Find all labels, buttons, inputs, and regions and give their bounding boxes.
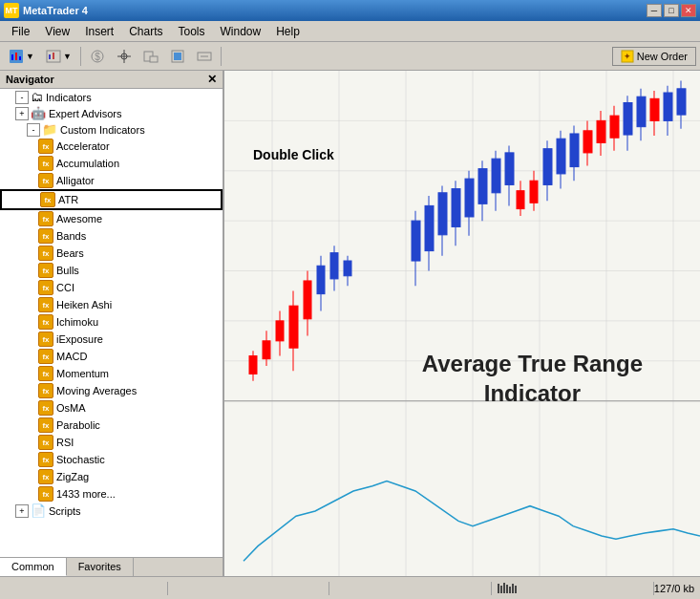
- svg-rect-85: [570, 134, 579, 167]
- svg-rect-67: [425, 205, 434, 250]
- navigator-close-button[interactable]: ✕: [207, 73, 217, 86]
- toolbar-crosshair[interactable]: [112, 46, 137, 67]
- menu-insert[interactable]: Insert: [77, 23, 121, 40]
- tab-favorites[interactable]: Favorites: [67, 558, 134, 576]
- app-icon: MT: [4, 3, 19, 18]
- zigzag-icon: fx: [38, 469, 53, 484]
- tree-macd[interactable]: fx MACD: [0, 348, 223, 365]
- navigator-header: Navigator ✕: [0, 71, 223, 89]
- tree-alligator[interactable]: fx Alligator: [0, 172, 223, 189]
- tree-accumulation[interactable]: fx Accumulation: [0, 155, 223, 172]
- toolbar-btn2[interactable]: ▼: [41, 46, 76, 67]
- tree-more[interactable]: fx 1433 more...: [0, 485, 223, 503]
- tree-accelerator[interactable]: fx Accelerator: [0, 138, 223, 155]
- tree-indicators-label: Indicators: [46, 92, 92, 103]
- status-sections: [6, 582, 654, 595]
- tree-custom-indicators[interactable]: - 📁 Custom Indicators: [0, 121, 223, 138]
- new-order-label: New Order: [637, 51, 688, 62]
- awesome-icon: fx: [38, 211, 53, 226]
- parabolic-icon: fx: [38, 417, 53, 433]
- tree-momentum[interactable]: fx Momentum: [0, 365, 223, 382]
- svg-rect-69: [438, 193, 447, 235]
- svg-rect-53: [597, 120, 605, 142]
- tree-iexposure-label: iExposure: [56, 333, 103, 345]
- app-title: MetaTrader 4: [23, 5, 88, 16]
- tree-cci-label: CCI: [56, 282, 74, 293]
- title-controls: ─ □ ✕: [647, 4, 696, 17]
- menu-charts[interactable]: Charts: [121, 23, 170, 40]
- toolbar: ▼ ▼ $ ✦ New Order: [0, 42, 700, 71]
- minimize-button[interactable]: ─: [647, 4, 662, 17]
- stochastic-icon: fx: [38, 452, 53, 467]
- svg-rect-37: [249, 356, 257, 374]
- menu-window[interactable]: Window: [213, 23, 269, 40]
- tree-atr-label: ATR: [58, 194, 78, 205]
- svg-rect-41: [276, 321, 284, 341]
- tree-awesome-label: Awesome: [56, 213, 102, 225]
- expand-custom[interactable]: -: [27, 123, 40, 137]
- tree-momentum-label: Momentum: [56, 368, 109, 379]
- title-bar: MT MetaTrader 4 ─ □ ✕: [0, 0, 700, 21]
- svg-rect-47: [517, 191, 524, 209]
- macd-icon: fx: [38, 349, 53, 364]
- tree-ea-label: Expert Advisors: [49, 108, 121, 119]
- svg-rect-98: [509, 587, 511, 593]
- menu-help[interactable]: Help: [268, 23, 308, 40]
- navigator-title: Navigator: [6, 74, 54, 85]
- menu-view[interactable]: View: [37, 23, 77, 40]
- expand-ea[interactable]: +: [15, 107, 29, 120]
- expand-scripts[interactable]: +: [15, 504, 29, 518]
- tree-scripts[interactable]: + 📄 Scripts: [0, 503, 223, 519]
- tree-more-label: 1433 more...: [56, 488, 116, 500]
- main-area: Navigator ✕ - 🗂 Indicators + 🤖 Expert Ad…: [0, 71, 700, 576]
- navigator-panel: Navigator ✕ - 🗂 Indicators + 🤖 Expert Ad…: [0, 71, 224, 576]
- new-order-button[interactable]: ✦ New Order: [612, 47, 696, 66]
- tree-cci[interactable]: fx CCI: [0, 279, 223, 296]
- tree-heiken-ashi[interactable]: fx Heiken Ashi: [0, 296, 223, 313]
- close-button[interactable]: ✕: [681, 4, 696, 17]
- tree-osma[interactable]: fx OsMA: [0, 399, 223, 417]
- maximize-button[interactable]: □: [664, 4, 679, 17]
- tree-indicators[interactable]: - 🗂 Indicators: [0, 89, 223, 105]
- toolbar-new-chart[interactable]: ▼: [4, 46, 39, 67]
- toolbar-btn3[interactable]: $: [85, 46, 110, 67]
- toolbar-sep2: [221, 47, 222, 66]
- tree-bands[interactable]: fx Bands: [0, 227, 223, 245]
- tree-ichimoku[interactable]: fx Ichimoku: [0, 313, 223, 331]
- more-icon: fx: [38, 486, 53, 502]
- tree-accumulation-label: Accumulation: [56, 158, 119, 169]
- svg-rect-71: [452, 189, 460, 227]
- tree-moving-averages[interactable]: fx Moving Averages: [0, 382, 223, 399]
- svg-rect-99: [512, 584, 514, 593]
- svg-rect-49: [530, 181, 538, 203]
- tree-expert-advisors[interactable]: + 🤖 Expert Advisors: [0, 105, 223, 121]
- tree-stochastic[interactable]: fx Stochastic: [0, 451, 223, 468]
- tree-bulls[interactable]: fx Bulls: [0, 262, 223, 279]
- toolbar-fit[interactable]: [165, 46, 190, 67]
- tree-area[interactable]: - 🗂 Indicators + 🤖 Expert Advisors - 📁 C…: [0, 89, 223, 557]
- svg-rect-15: [174, 53, 181, 60]
- tree-awesome[interactable]: fx Awesome: [0, 210, 223, 227]
- toolbar-scroll[interactable]: [192, 46, 217, 67]
- expand-indicators[interactable]: -: [15, 91, 29, 104]
- tree-rsi[interactable]: fx RSI: [0, 434, 223, 451]
- svg-text:✦: ✦: [624, 52, 631, 61]
- menu-file[interactable]: File: [4, 23, 37, 40]
- svg-rect-79: [505, 153, 514, 185]
- tree-bears[interactable]: fx Bears: [0, 245, 223, 262]
- chart-area[interactable]: Double Click Average True RangeIndicator: [224, 71, 700, 576]
- menu-bar: File View Insert Charts Tools Window Hel…: [0, 21, 700, 42]
- toolbar-sep1: [80, 47, 81, 66]
- tree-ma-label: Moving Averages: [56, 385, 137, 396]
- menu-tools[interactable]: Tools: [171, 23, 213, 40]
- tree-atr[interactable]: fx ATR: [0, 189, 223, 210]
- tree-zigzag-label: ZigZag: [56, 471, 89, 482]
- tree-iexposure[interactable]: fx iExposure: [0, 331, 223, 348]
- ea-folder-icon: 🤖: [31, 106, 46, 120]
- tab-common[interactable]: Common: [0, 558, 67, 576]
- custom-folder-icon: 📁: [42, 122, 57, 137]
- tree-zigzag[interactable]: fx ZigZag: [0, 468, 223, 485]
- tree-parabolic[interactable]: fx Parabolic: [0, 417, 223, 434]
- toolbar-zoom-in[interactable]: [138, 46, 163, 67]
- svg-rect-87: [624, 103, 632, 136]
